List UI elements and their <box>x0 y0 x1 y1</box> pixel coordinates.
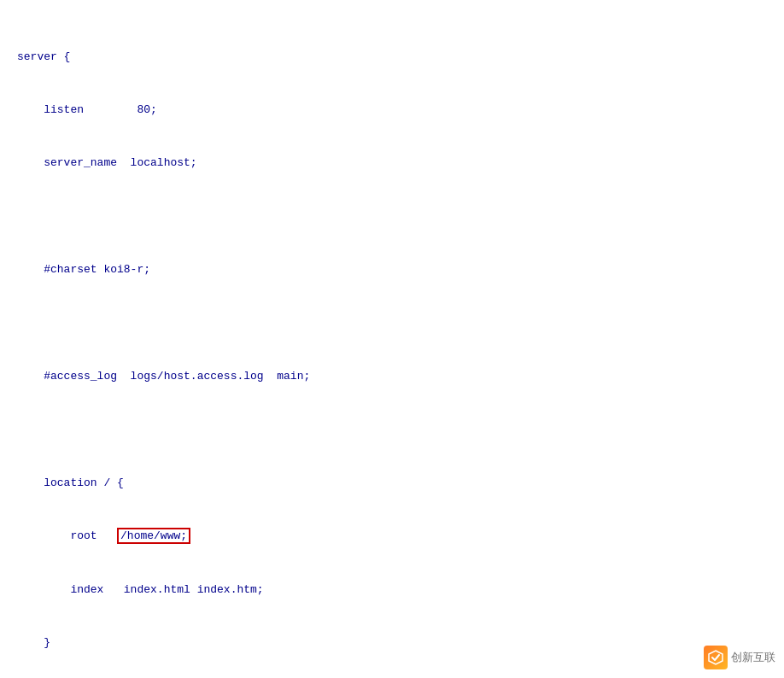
code-line <box>17 208 767 226</box>
code-line: index index.html index.htm; <box>17 582 767 599</box>
watermark: 创新互联 <box>704 646 775 669</box>
logo-icon <box>708 650 723 665</box>
code-line: #charset koi8-r; <box>17 261 767 279</box>
watermark-label: 创新互联 <box>731 650 775 665</box>
code-line: server { <box>17 49 767 67</box>
highlight-box-1: /home/www; <box>117 528 190 544</box>
code-line: } <box>17 634 767 652</box>
code-line <box>17 315 767 333</box>
code-line-root1: root /home/www; <box>17 528 767 546</box>
code-line: #access_log logs/host.access.log main; <box>17 368 767 386</box>
code-line <box>17 421 767 439</box>
code-block: server { listen 80; server_name localhos… <box>0 0 784 678</box>
svg-marker-0 <box>709 651 723 664</box>
code-line: listen 80; <box>17 102 767 120</box>
watermark-logo <box>704 646 728 669</box>
code-line: server_name localhost; <box>17 155 767 172</box>
code-line: location / { <box>17 475 767 493</box>
